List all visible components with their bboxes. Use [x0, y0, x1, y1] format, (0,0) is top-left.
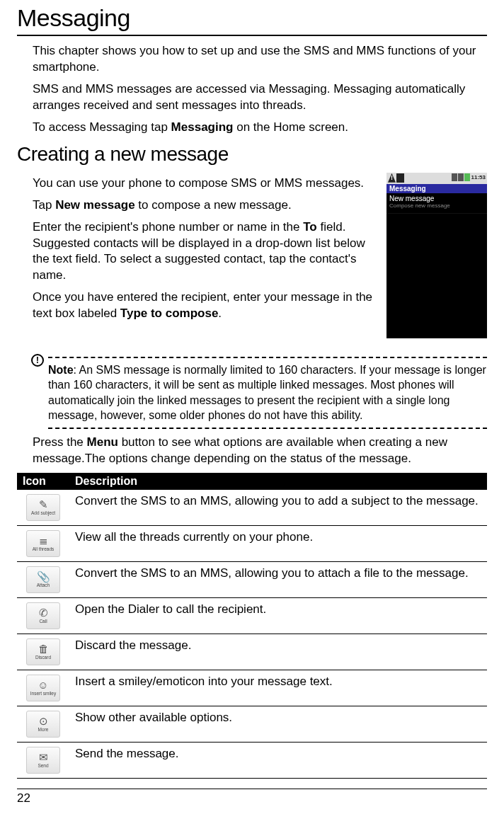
table-cell-icon: ✎Add subject	[17, 490, 69, 526]
signal-icon	[458, 173, 464, 181]
option-icon: ✆Call	[26, 602, 60, 629]
option-icon-label: Discard	[35, 655, 51, 660]
menu-keyword: Menu	[87, 435, 118, 449]
option-icon: 🗑Discard	[26, 638, 60, 665]
option-glyph-icon: 🗑	[38, 643, 49, 654]
note-label: Note	[48, 364, 74, 376]
option-icon-label: Attach	[37, 583, 50, 587]
intro-paragraph-3: To access Messaging tap Messaging on the…	[33, 120, 487, 136]
title-rule	[17, 35, 487, 36]
text-span: Press the	[33, 435, 87, 449]
screenshot-body	[386, 214, 487, 338]
warning-icon	[388, 173, 396, 183]
table-cell-desc: Convert the SMS to an MMS, allowing you …	[69, 490, 487, 526]
section-title-creating: Creating a new message	[17, 143, 487, 166]
text-span: Tap	[33, 198, 55, 212]
table-row: 📎AttachConvert the SMS to an MMS, allowi…	[17, 561, 487, 597]
table-cell-icon: 🗑Discard	[17, 634, 69, 670]
table-head-desc: Description	[69, 473, 487, 490]
option-icon: ✎Add subject	[26, 494, 60, 521]
option-icon: ⊙More	[26, 711, 60, 738]
screenshot-row-subtitle: Compose new message	[389, 202, 484, 209]
table-cell-desc: Insert a smiley/emoticon into your messa…	[69, 670, 487, 706]
option-glyph-icon: ⊙	[39, 716, 48, 726]
text-span: on the Home screen.	[233, 120, 348, 134]
status-bar: 11:53	[386, 173, 487, 184]
option-icon: ☺Insert smiley	[26, 675, 60, 701]
table-cell-desc: Discard the message.	[69, 634, 487, 670]
screenshot-row-title: New message	[389, 195, 484, 202]
screenshot-titlebar: Messaging	[386, 184, 487, 193]
option-glyph-icon: ≣	[39, 535, 48, 546]
note-body: : An SMS message is normally limited to …	[48, 364, 486, 422]
option-glyph-icon: ✉	[39, 752, 48, 762]
table-row: 🗑DiscardDiscard the message.	[17, 634, 487, 670]
table-cell-icon: ☺Insert smiley	[17, 670, 69, 706]
note-rule-top	[48, 357, 487, 358]
option-icon-label: All threads	[33, 546, 55, 551]
status-icon	[396, 173, 404, 183]
note-text: Note: An SMS message is normally limited…	[48, 362, 487, 423]
screenshot-row-new-message: New message Compose new message	[386, 193, 487, 214]
battery-icon	[464, 173, 470, 181]
option-glyph-icon: ✎	[39, 499, 48, 510]
after-note-paragraph: Press the Menu button to see what option…	[33, 435, 487, 467]
table-head-icon: Icon	[17, 473, 69, 490]
table-cell-desc: Open the Dialer to call the recipient.	[69, 597, 487, 634]
table-cell-icon: ⊙More	[17, 706, 69, 742]
table-cell-desc: Send the message.	[69, 742, 487, 778]
table-row: ≣All threadsView all the threads current…	[17, 525, 487, 561]
option-glyph-icon: ☺	[38, 680, 48, 690]
table-cell-desc: Show other available options.	[69, 706, 487, 742]
option-glyph-icon: ✆	[39, 607, 48, 618]
phone-screenshot: 11:53 Messaging New message Compose new …	[386, 173, 487, 341]
new-message-keyword: New message	[55, 198, 134, 212]
table-cell-desc: View all the threads currently on your p…	[69, 525, 487, 561]
alert-icon: !	[31, 354, 45, 368]
table-cell-icon: ✉Send	[17, 742, 69, 778]
option-icon-label: More	[38, 727, 49, 732]
type-to-compose-keyword: Type to compose	[120, 306, 219, 320]
option-icon: 📎Attach	[26, 566, 60, 593]
option-icon-label: Add subject	[31, 510, 55, 515]
page-number: 22	[17, 789, 487, 806]
text-span: To access Messaging tap	[33, 120, 171, 134]
text-span: Enter the recipient's phone number or na…	[33, 220, 303, 234]
table-row: ✉SendSend the message.	[17, 742, 487, 778]
note-block: ! Note: An SMS message is normally limit…	[33, 357, 487, 429]
option-icon: ✉Send	[26, 747, 60, 774]
option-icon-label: Send	[38, 763, 48, 768]
intro-paragraph-2: SMS and MMS messages are accessed via Me…	[33, 81, 487, 114]
intro-paragraph-1: This chapter shows you how to set up and…	[33, 43, 487, 76]
note-rule-bottom	[48, 428, 487, 429]
chapter-title: Messaging	[17, 4, 487, 32]
table-cell-icon: ≣All threads	[17, 525, 69, 561]
table-cell-icon: ✆Call	[17, 597, 69, 634]
table-row: ✎Add subjectConvert the SMS to an MMS, a…	[17, 490, 487, 526]
text-span: to compose a new message.	[135, 198, 292, 212]
table-cell-desc: Convert the SMS to an MMS, allowing you …	[69, 561, 487, 597]
option-icon-label: Insert smiley	[30, 691, 56, 696]
signal-icon	[452, 173, 457, 181]
messaging-keyword: Messaging	[171, 120, 234, 134]
table-row: ☺Insert smileyInsert a smiley/emoticon i…	[17, 670, 487, 706]
option-glyph-icon: 📎	[37, 571, 50, 582]
table-row: ⊙MoreShow other available options.	[17, 706, 487, 742]
options-table: Icon Description ✎Add subjectConvert the…	[17, 473, 487, 779]
status-time: 11:53	[471, 174, 486, 180]
option-icon: ≣All threads	[26, 530, 60, 557]
option-icon-label: Call	[39, 619, 47, 624]
table-row: ✆CallOpen the Dialer to call the recipie…	[17, 597, 487, 634]
to-keyword: To	[303, 220, 317, 234]
text-span: .	[218, 306, 222, 320]
table-cell-icon: 📎Attach	[17, 561, 69, 597]
